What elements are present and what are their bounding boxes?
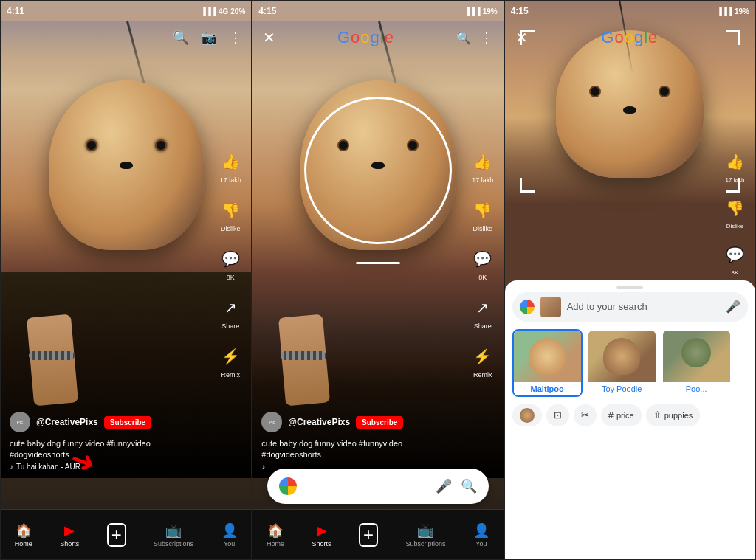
dislike-label-2: Dislike bbox=[472, 225, 492, 232]
google-title-2: Google bbox=[337, 28, 394, 47]
nav-add-1[interactable]: + bbox=[107, 523, 126, 547]
price-label: price bbox=[616, 411, 634, 420]
sheet-handle bbox=[616, 286, 643, 289]
search-placeholder[interactable]: Add to your search bbox=[567, 301, 720, 312]
result-card-toy-poodle[interactable]: Toy Poodle bbox=[587, 329, 657, 397]
subscribe-button-2[interactable]: Subscribe bbox=[356, 416, 403, 429]
like-count-1: 17 lakh bbox=[220, 176, 241, 184]
bottom-info-1: Pic @CreativePixs Subscribe cute baby do… bbox=[10, 412, 210, 471]
share-label-2: Share bbox=[474, 322, 492, 330]
channel-row-2: Pic @CreativePixs Subscribe bbox=[261, 412, 462, 432]
share-button-1[interactable]: ↗ Share bbox=[217, 294, 244, 330]
nav-shorts-2[interactable]: ▶ Shorts bbox=[312, 522, 331, 547]
more-icon-3[interactable]: ⋮ bbox=[732, 30, 745, 46]
nav-shorts-1[interactable]: ▶ Shorts bbox=[60, 522, 79, 547]
google-title-3: Google bbox=[601, 28, 658, 47]
nav-home-2[interactable]: 🏠 Home bbox=[267, 522, 284, 547]
image-results-row: Maltipoo Toy Poodle Poo... bbox=[505, 325, 755, 401]
shorts-icon-2: ▶ bbox=[317, 522, 327, 539]
status-time-1: 4:11 bbox=[7, 6, 24, 16]
channel-avatar-2: Pic bbox=[261, 412, 282, 432]
dislike-button-2[interactable]: 👎 Dislike bbox=[470, 197, 496, 232]
nav-you-1[interactable]: 👤 You bbox=[221, 522, 238, 547]
search-bar-mic-2[interactable]: 🎤 bbox=[436, 478, 452, 494]
dog-right-eye bbox=[155, 139, 167, 151]
comment-icon-2: 💬 bbox=[470, 246, 496, 272]
comment-button-1[interactable]: 💬 8K bbox=[217, 246, 244, 281]
puppies-icon: ⇧ bbox=[653, 409, 662, 421]
hand bbox=[27, 314, 78, 407]
filter-chip-avatar[interactable] bbox=[512, 404, 542, 426]
share-label-1: Share bbox=[221, 322, 239, 330]
result-card-poo[interactable]: Poo... bbox=[662, 329, 732, 397]
google-topbar-2: ✕ Google 🔍 ⋮ bbox=[252, 21, 503, 54]
panel1-video-content bbox=[1, 21, 251, 478]
more-icon-2[interactable]: ⋮ bbox=[480, 30, 493, 46]
close-button-3[interactable]: ✕ bbox=[515, 29, 528, 46]
nav-add-2[interactable]: + bbox=[359, 523, 378, 547]
status-icons-1: ▐▐▐ 4G 20% bbox=[201, 7, 246, 15]
result-card-maltipoo[interactable]: Maltipoo bbox=[512, 329, 583, 397]
subscribe-button-1[interactable]: Subscribe bbox=[104, 416, 151, 429]
dog-left-eye bbox=[86, 139, 97, 151]
bottom-nav-1: 🏠 Home ▶ Shorts + 📺 Subscriptions 👤 You bbox=[1, 509, 251, 559]
scan-corners bbox=[520, 30, 740, 193]
search-icon-2[interactable]: 🔍 bbox=[456, 31, 471, 45]
battery-icon-3: 19% bbox=[735, 7, 749, 15]
hand-2 bbox=[278, 314, 330, 407]
nav-subscriptions-2[interactable]: 📺 Subscriptions bbox=[405, 522, 445, 547]
music-row-1: ♪ Tu hai kahan - AUR bbox=[10, 463, 210, 471]
search-input-row[interactable]: Add to your search 🎤 bbox=[512, 292, 748, 322]
like-button-1[interactable]: 👍 17 lakh bbox=[217, 148, 244, 184]
like-button-2[interactable]: 👍 17 lakh bbox=[470, 148, 496, 184]
comment-button-3[interactable]: 💬 8K bbox=[721, 241, 748, 276]
dislike-icon-1: 👎 bbox=[217, 197, 244, 224]
dog-thumbnail bbox=[540, 297, 561, 317]
more-icon[interactable]: ⋮ bbox=[229, 30, 242, 46]
subscriptions-icon-2: 📺 bbox=[417, 522, 433, 539]
nav-subscriptions-1[interactable]: 📺 Subscriptions bbox=[154, 522, 193, 547]
channel-name-2: @CreativePixs bbox=[288, 417, 350, 427]
channel-name-1: @CreativePixs bbox=[36, 417, 98, 427]
filter-chip-scan[interactable]: ⊡ bbox=[546, 404, 569, 426]
remix-icon-1: ⚡ bbox=[217, 343, 244, 370]
home-icon-2: 🏠 bbox=[267, 522, 284, 539]
remix-button-1[interactable]: ⚡ Remix bbox=[217, 343, 244, 378]
music-icon-2: ♪ bbox=[261, 463, 265, 471]
scan-icon: ⊡ bbox=[554, 409, 562, 421]
like-count-2: 17 lakh bbox=[472, 176, 493, 184]
topbar-1: 🔍 📷 ⋮ bbox=[1, 21, 251, 54]
dog-body bbox=[49, 80, 204, 250]
nav-you-label-2: You bbox=[475, 540, 487, 547]
avatar-chip-img bbox=[520, 408, 535, 423]
search-bar-lens-2[interactable]: 🔍 bbox=[461, 478, 477, 494]
google-search-bar-2[interactable]: 🎤 🔍 bbox=[267, 469, 488, 504]
remix-button-2[interactable]: ⚡ Remix bbox=[470, 343, 496, 378]
camera-icon[interactable]: 📷 bbox=[201, 30, 217, 46]
comment-count-2: 8K bbox=[478, 274, 487, 281]
share-button-2[interactable]: ↗ Share bbox=[470, 294, 496, 330]
google-topbar-3: ✕ Google ⋮ bbox=[505, 21, 755, 54]
filter-chip-price[interactable]: # price bbox=[601, 404, 642, 426]
result-label-maltipoo: Maltipoo bbox=[514, 382, 581, 395]
mic-icon[interactable]: 🎤 bbox=[726, 300, 740, 314]
result-label-poo: Poo... bbox=[663, 382, 730, 395]
search-icon[interactable]: 🔍 bbox=[173, 30, 189, 46]
like-count-3: 17 lakh bbox=[726, 176, 745, 183]
nav-you-2[interactable]: 👤 You bbox=[473, 522, 489, 547]
filter-chip-puppies[interactable]: ⇧ puppies bbox=[646, 404, 701, 426]
battery-icon-2: 19% bbox=[483, 7, 498, 15]
dislike-button-3[interactable]: 👎 Dislike bbox=[721, 195, 748, 229]
right-actions-1: 👍 17 lakh 👎 Dislike 💬 8K ↗ Share ⚡ Remix bbox=[217, 148, 244, 378]
nav-home-1[interactable]: 🏠 Home bbox=[15, 522, 32, 547]
like-button-3[interactable]: 👍 17 lakh bbox=[721, 148, 748, 183]
close-button-2[interactable]: ✕ bbox=[263, 29, 275, 46]
results-sheet: Add to your search 🎤 Maltipoo bbox=[505, 280, 755, 560]
topbar-right-icons-2: 🔍 ⋮ bbox=[456, 30, 493, 46]
filter-chip-edit[interactable]: ✂ bbox=[574, 404, 597, 426]
comment-button-2[interactable]: 💬 8K bbox=[470, 246, 496, 281]
status-bar-3: 4:15 ▐▐▐ 19% bbox=[505, 1, 755, 21]
bracelet bbox=[29, 351, 75, 360]
dislike-button-1[interactable]: 👎 Dislike bbox=[217, 197, 244, 232]
dislike-label-1: Dislike bbox=[221, 225, 241, 232]
